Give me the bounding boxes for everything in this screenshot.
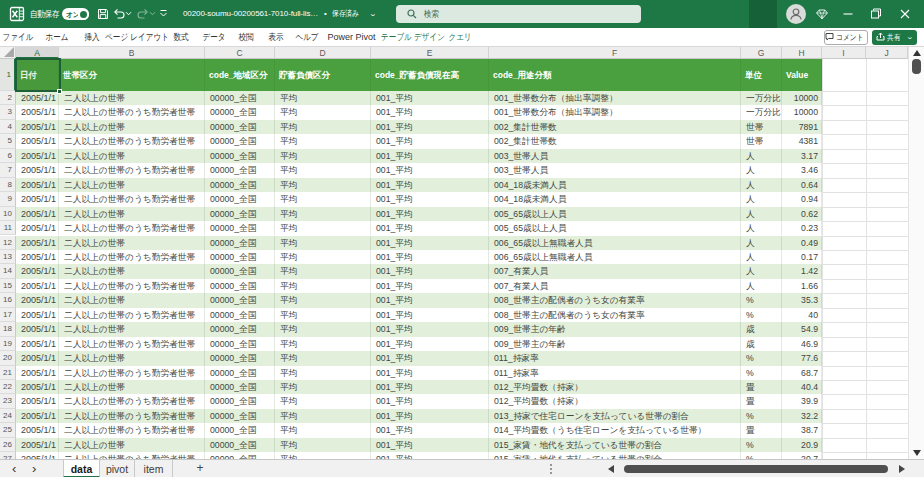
row-header-16[interactable]: 16 [0, 293, 16, 307]
ribbon-tab-数式[interactable]: 数式 [172, 28, 190, 47]
cell-A15[interactable]: 2005/1/1 [16, 279, 59, 293]
header-cell-B1[interactable]: 世帯区分 [59, 59, 205, 91]
cell-C13[interactable]: 00000_全国 [205, 250, 275, 264]
cell-G2[interactable]: 一万分比 [741, 91, 782, 105]
cell-F13[interactable]: 006_65歳以上無職者人員 [489, 250, 741, 264]
cell-G8[interactable]: 人 [741, 178, 782, 192]
cell-B17[interactable]: 二人以上の世帯のうち勤労者世帯 [59, 308, 205, 322]
row-header-7[interactable]: 7 [0, 163, 16, 177]
row-header-1[interactable]: 1 [0, 59, 16, 91]
cell-F5[interactable]: 002_集計世帯数 [489, 134, 741, 148]
cell-E20[interactable]: 001_平均 [371, 351, 489, 365]
cell-F20[interactable]: 011_持家率 [489, 351, 741, 365]
row-header-4[interactable]: 4 [0, 120, 16, 134]
cell-H18[interactable]: 54.9 [782, 322, 822, 336]
cell-C4[interactable]: 00000_全国 [205, 120, 275, 134]
cell-A2[interactable]: 2005/1/1 [16, 91, 59, 105]
cell-E15[interactable]: 001_平均 [371, 279, 489, 293]
row-header-20[interactable]: 20 [0, 351, 16, 365]
cell-B21[interactable]: 二人以上の世帯のうち勤労者世帯 [59, 366, 205, 380]
cell-H24[interactable]: 32.2 [782, 409, 822, 423]
column-header-I[interactable]: I [822, 47, 866, 59]
column-header-G[interactable]: G [741, 47, 782, 59]
row-header-15[interactable]: 15 [0, 279, 16, 293]
cell-F26[interactable]: 015_家賃・地代を支払っている世帯の割合 [489, 438, 741, 452]
minimize-button[interactable] [841, 0, 855, 28]
cell-D4[interactable]: 平均 [275, 120, 371, 134]
cell-D22[interactable]: 平均 [275, 380, 371, 394]
cell-E4[interactable]: 001_平均 [371, 120, 489, 134]
cell-B12[interactable]: 二人以上の世帯 [59, 236, 205, 250]
cell-A3[interactable]: 2005/1/1 [16, 105, 59, 119]
save-icon[interactable] [96, 7, 110, 21]
empty-cells-area[interactable] [822, 59, 908, 459]
cell-B9[interactable]: 二人以上の世帯のうち勤労者世帯 [59, 192, 205, 206]
account-avatar[interactable] [786, 4, 806, 24]
cell-D5[interactable]: 平均 [275, 134, 371, 148]
cell-E24[interactable]: 001_平均 [371, 409, 489, 423]
cell-H8[interactable]: 0.64 [782, 178, 822, 192]
cell-H10[interactable]: 0.62 [782, 207, 822, 221]
row-header-17[interactable]: 17 [0, 308, 16, 322]
cell-H14[interactable]: 1.42 [782, 264, 822, 278]
cell-C5[interactable]: 00000_全国 [205, 134, 275, 148]
cell-D8[interactable]: 平均 [275, 178, 371, 192]
row-header-9[interactable]: 9 [0, 192, 16, 206]
cell-F23[interactable]: 012_平均畳数（持家） [489, 394, 741, 408]
cell-C24[interactable]: 00000_全国 [205, 409, 275, 423]
row-header-10[interactable]: 10 [0, 207, 16, 221]
cell-C11[interactable]: 00000_全国 [205, 221, 275, 235]
cell-D9[interactable]: 平均 [275, 192, 371, 206]
cell-B25[interactable]: 二人以上の世帯のうち勤労者世帯 [59, 423, 205, 437]
cell-E17[interactable]: 001_平均 [371, 308, 489, 322]
cell-B7[interactable]: 二人以上の世帯のうち勤労者世帯 [59, 163, 205, 177]
cell-F10[interactable]: 005_65歳以上人員 [489, 207, 741, 221]
column-header-B[interactable]: B [59, 47, 205, 59]
header-cell-D1[interactable]: 貯蓄負債区分 [275, 59, 371, 91]
cell-G27[interactable]: % [741, 452, 782, 459]
cell-F9[interactable]: 004_18歳未満人員 [489, 192, 741, 206]
search-box[interactable]: 検索 [396, 5, 641, 23]
cell-F18[interactable]: 009_世帯主の年齢 [489, 322, 741, 336]
cell-H26[interactable]: 20.9 [782, 438, 822, 452]
cell-H7[interactable]: 3.46 [782, 163, 822, 177]
cell-H23[interactable]: 39.9 [782, 394, 822, 408]
cell-H16[interactable]: 35.3 [782, 293, 822, 307]
cell-D24[interactable]: 平均 [275, 409, 371, 423]
cell-G25[interactable]: 畳 [741, 423, 782, 437]
column-header-F[interactable]: F [489, 47, 741, 59]
cell-B19[interactable]: 二人以上の世帯のうち勤労者世帯 [59, 337, 205, 351]
cell-D15[interactable]: 平均 [275, 279, 371, 293]
row-header-5[interactable]: 5 [0, 134, 16, 148]
header-cell-F1[interactable]: code_用途分類 [489, 59, 741, 91]
column-header-D[interactable]: D [275, 47, 371, 59]
cell-B11[interactable]: 二人以上の世帯のうち勤労者世帯 [59, 221, 205, 235]
row-header-14[interactable]: 14 [0, 264, 16, 278]
cell-A21[interactable]: 2005/1/1 [16, 366, 59, 380]
cell-B18[interactable]: 二人以上の世帯 [59, 322, 205, 336]
cell-C19[interactable]: 00000_全国 [205, 337, 275, 351]
cell-A27[interactable]: 2005/1/1 [16, 452, 59, 459]
ribbon-tab-テーブル-デザイン[interactable]: テーブル デザイン [375, 28, 451, 47]
cell-E9[interactable]: 001_平均 [371, 192, 489, 206]
cell-A24[interactable]: 2005/1/1 [16, 409, 59, 423]
cell-F7[interactable]: 003_世帯人員 [489, 163, 741, 177]
cell-G7[interactable]: 人 [741, 163, 782, 177]
cell-H17[interactable]: 40 [782, 308, 822, 322]
cell-E7[interactable]: 001_平均 [371, 163, 489, 177]
cell-E18[interactable]: 001_平均 [371, 322, 489, 336]
cell-F12[interactable]: 006_65歳以上無職者人員 [489, 236, 741, 250]
cell-C7[interactable]: 00000_全国 [205, 163, 275, 177]
cell-A7[interactable]: 2005/1/1 [16, 163, 59, 177]
cell-F4[interactable]: 002_集計世帯数 [489, 120, 741, 134]
cell-C27[interactable]: 00000_全国 [205, 452, 275, 459]
cell-G12[interactable]: 人 [741, 236, 782, 250]
cell-H9[interactable]: 0.94 [782, 192, 822, 206]
cell-G19[interactable]: 歳 [741, 337, 782, 351]
cell-G17[interactable]: % [741, 308, 782, 322]
cell-C6[interactable]: 00000_全国 [205, 149, 275, 163]
cell-G15[interactable]: 人 [741, 279, 782, 293]
cell-D10[interactable]: 平均 [275, 207, 371, 221]
cell-E10[interactable]: 001_平均 [371, 207, 489, 221]
cell-A18[interactable]: 2005/1/1 [16, 322, 59, 336]
